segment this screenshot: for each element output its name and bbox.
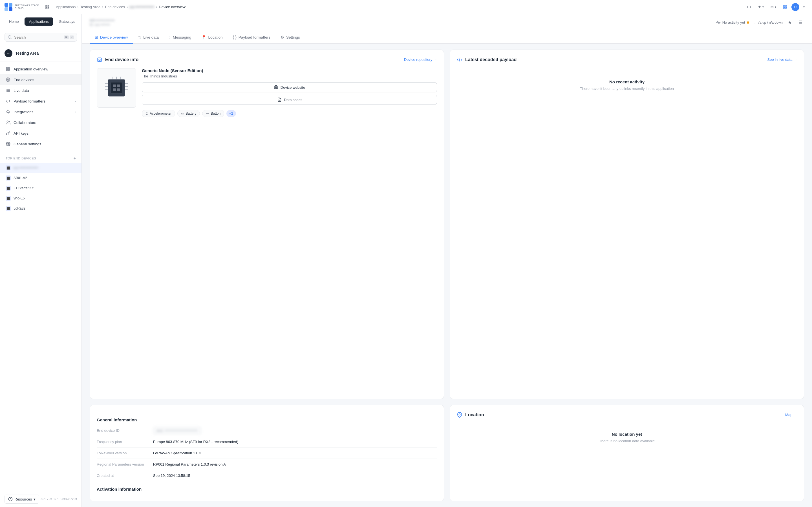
tag-accelerometer: ⊙ Accelerometer: [142, 110, 175, 117]
device-name: Wio-E5: [13, 196, 24, 200]
svg-rect-14: [7, 78, 10, 81]
sidebar-toggle-button[interactable]: [43, 3, 51, 11]
settings-icon: [6, 142, 11, 147]
search-input-wrap[interactable]: ⌘ K: [4, 33, 77, 42]
map-link[interactable]: Map →: [785, 413, 797, 417]
device-list-item-eui[interactable]: ⬛ eui-••••••••••••••••: [0, 163, 82, 173]
svg-rect-13: [8, 69, 10, 71]
breadcrumb-end-devices[interactable]: End devices: [105, 5, 125, 9]
sidebar-item-api-keys[interactable]: API keys: [0, 128, 82, 138]
device-brand: Generic Node (Sensor Edition): [142, 68, 437, 73]
add-button[interactable]: + ▾: [744, 3, 754, 11]
sidebar-item-general-settings[interactable]: General settings: [0, 138, 82, 149]
sidebar-tab-applications[interactable]: Applications: [24, 17, 53, 25]
info-value: Europe 863-870 MHz (SF9 for RX2 - recomm…: [153, 440, 437, 444]
general-info-title: General information: [97, 412, 437, 425]
resources-button[interactable]: Resources ▾: [4, 495, 39, 504]
sidebar-back-label: Testing Area: [15, 51, 39, 55]
svg-rect-7: [785, 7, 787, 9]
sidebar-item-application-overview[interactable]: Application overview: [0, 64, 82, 74]
panel-title: Latest decoded payload: [457, 57, 516, 62]
no-activity-subtitle: There haven't been any uplinks recently …: [462, 87, 792, 91]
user-avatar[interactable]: U: [792, 3, 799, 11]
device-name: F1 Starter Kit: [13, 186, 34, 190]
sidebar-label: Application overview: [13, 67, 48, 71]
no-activity-title: No recent activity: [462, 79, 792, 84]
general-info-panel: General information End device ID eui-••…: [90, 405, 444, 501]
bookmarks-button[interactable]: ★ ▾: [755, 3, 767, 11]
info-row-regional: Regional Parameters version RP001 Region…: [97, 459, 437, 470]
see-in-live-data-link[interactable]: See in live data →: [767, 57, 797, 62]
menu-button[interactable]: ☰: [797, 18, 804, 27]
add-device-button[interactable]: +: [73, 156, 76, 161]
sidebar-tab-home[interactable]: Home: [4, 17, 23, 25]
device-name: AB01-V2: [13, 176, 27, 180]
info-value: RP001 Regional Parameters 1.0.3 revision…: [153, 462, 437, 466]
device-list-item-wio[interactable]: ⬛ Wio-E5: [0, 193, 82, 203]
cpu-icon: [6, 77, 11, 82]
sidebar-item-integrations[interactable]: Integrations ›: [0, 107, 82, 117]
device-website-button[interactable]: Device website: [142, 82, 437, 93]
tab-device-overview[interactable]: ⊞ Device overview: [90, 31, 133, 44]
sidebar-label: Live data: [13, 89, 29, 93]
tab-messaging[interactable]: ↕ Messaging: [164, 31, 196, 44]
sidebar-label: General settings: [13, 142, 41, 146]
device-info-icon: [97, 57, 102, 62]
svg-rect-0: [46, 5, 47, 7]
breadcrumb-applications[interactable]: Applications: [56, 5, 75, 9]
sidebar-tab-gateways[interactable]: Gateways: [54, 17, 80, 25]
device-header-actions: No activity yet ↑↓ n/a up / n/a down ★ ☰: [716, 18, 804, 27]
plug-icon: [6, 109, 11, 114]
device-icon: ⬛: [6, 196, 11, 201]
device-circuit-icon: [105, 76, 128, 99]
search-input[interactable]: [14, 35, 61, 40]
file-icon: [277, 98, 282, 102]
tab-settings[interactable]: ⚙ Settings: [275, 31, 305, 44]
info-label: Frequency plan: [97, 440, 153, 444]
device-list-item-f1[interactable]: ⬛ F1 Starter Kit: [0, 183, 82, 193]
community-button[interactable]: [780, 3, 790, 11]
device-header: eui-•••••••••••••••• ID: eui-•••••••• No…: [82, 14, 812, 31]
device-list-item-lora32[interactable]: ⬛ LoRa32: [0, 203, 82, 214]
tab-live-data[interactable]: ⇅ Live data: [133, 31, 164, 44]
breadcrumb-eui[interactable]: eui-••••••••••••••••: [130, 5, 154, 9]
grid-icon: ⊞: [95, 35, 98, 40]
notifications-button[interactable]: ✉ ▾: [768, 3, 779, 11]
favorite-button[interactable]: ★: [786, 18, 794, 27]
search-kbd: ⌘ K: [64, 36, 74, 39]
sidebar-label: API keys: [13, 131, 29, 135]
info-label: Regional Parameters version: [97, 462, 153, 466]
search-icon: [8, 35, 12, 40]
info-row-lorawan: LoRaWAN version LoRaWAN Specification 1.…: [97, 448, 437, 459]
device-name: eui-••••••••••••••••: [13, 166, 38, 170]
sidebar-item-live-data[interactable]: Live data: [0, 85, 82, 96]
sidebar-item-payload-formatters[interactable]: Payload formatters ›: [0, 96, 82, 107]
device-repository-link[interactable]: Device repository →: [404, 57, 437, 62]
svg-rect-35: [98, 58, 101, 62]
panel-header: Latest decoded payload See in live data …: [457, 57, 797, 62]
device-name: LoRa32: [13, 207, 26, 210]
data-sheet-button[interactable]: Data sheet: [142, 95, 437, 105]
panel-header: Location Map →: [457, 412, 797, 418]
tab-payload-formatters[interactable]: { } Payload formatters: [227, 31, 275, 44]
svg-rect-2: [46, 7, 47, 9]
sidebar-item-collaborators[interactable]: Collaborators: [0, 117, 82, 128]
svg-rect-15: [8, 79, 9, 80]
user-menu-button[interactable]: ▾: [801, 4, 808, 10]
breadcrumb-testing-area[interactable]: Testing Area: [80, 5, 101, 9]
back-circle-icon: ←: [4, 49, 12, 57]
sidebar: Home Applications Gateways ⌘ K ← Testing…: [0, 14, 82, 507]
tab-location[interactable]: 📍 Location: [196, 31, 227, 44]
device-list-item-ab01[interactable]: ⬛ AB01-V2: [0, 173, 82, 183]
logo: THE THINGS STACK CLOUD: [4, 3, 39, 11]
sidebar-item-end-devices[interactable]: End devices: [0, 74, 82, 85]
svg-rect-41: [113, 89, 116, 91]
top-panels: End device info Device repository →: [82, 44, 812, 405]
sidebar-back-button[interactable]: ← Testing Area: [0, 45, 82, 61]
info-row-id: End device ID eui-••••••••••••••••: [97, 425, 437, 436]
sidebar-label: Collaborators: [13, 121, 36, 125]
end-device-info-panel: End device info Device repository →: [90, 50, 444, 399]
svg-rect-12: [6, 69, 8, 71]
tags-more[interactable]: +2: [226, 110, 236, 117]
device-icon: ⬛: [6, 165, 11, 170]
